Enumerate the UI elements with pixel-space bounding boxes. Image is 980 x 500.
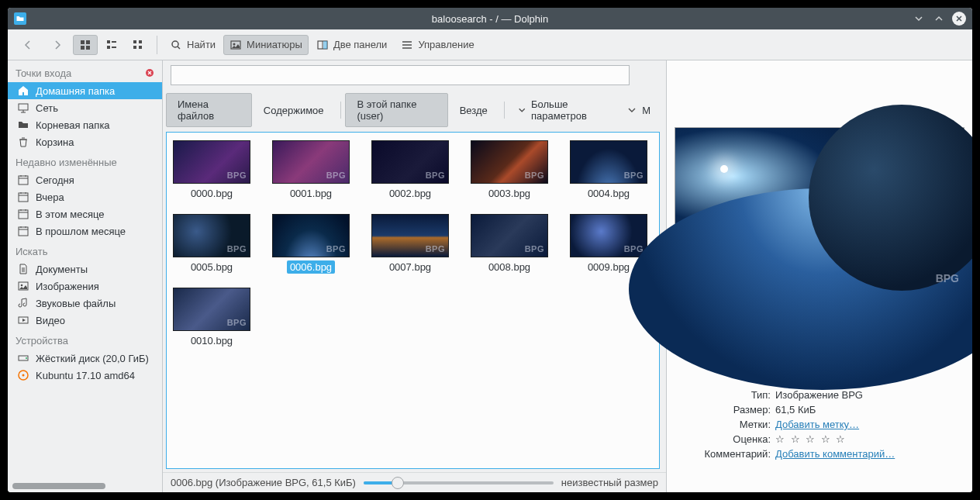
filter-content[interactable]: Содержимое xyxy=(252,99,336,122)
svg-rect-16 xyxy=(323,41,327,49)
sidebar-item-places-1[interactable]: Сеть xyxy=(8,99,162,116)
calendar-icon xyxy=(17,208,29,220)
meta-size: 61,5 КиБ xyxy=(775,404,961,416)
control-button[interactable]: Управление xyxy=(395,35,480,55)
document-icon xyxy=(17,263,29,275)
file-item[interactable]: BPG0003.bpg xyxy=(469,140,550,200)
sidebar-item-recent-0[interactable]: Сегодня xyxy=(8,171,162,188)
sidebar-item-devices-1[interactable]: Kubuntu 17.10 amd64 xyxy=(8,367,162,384)
svg-point-12 xyxy=(172,41,178,47)
file-item[interactable]: BPG0007.bpg xyxy=(370,214,450,274)
svg-rect-1 xyxy=(86,40,90,44)
file-view[interactable]: BPG0000.bpgBPG0001.bpgBPG0002.bpgBPG0003… xyxy=(166,132,660,469)
svg-rect-3 xyxy=(86,46,90,50)
file-item[interactable]: BPG0010.bpg xyxy=(171,288,252,347)
sidebar-item-label: Изображения xyxy=(36,281,99,292)
close-button[interactable] xyxy=(952,12,966,26)
sidebar-item-places-2[interactable]: Корневая папка xyxy=(8,116,162,133)
calendar-icon xyxy=(17,174,29,186)
svg-rect-18 xyxy=(19,104,28,110)
minimize-button[interactable] xyxy=(912,12,926,26)
file-item[interactable]: BPG0001.bpg xyxy=(271,140,351,200)
sidebar-item-devices-0[interactable]: Жёсткий диск (20,0 ГиБ) xyxy=(8,350,162,367)
filter-everywhere[interactable]: Везде xyxy=(448,99,499,122)
file-thumbnail: BPG xyxy=(371,214,449,257)
maximize-button[interactable] xyxy=(932,12,946,26)
sidebar-item-recent-3[interactable]: В прошлом месяце xyxy=(8,222,162,240)
file-item[interactable]: BPG0005.bpg xyxy=(171,214,252,274)
file-thumbnail: BPG xyxy=(371,140,449,184)
find-button[interactable]: Найти xyxy=(164,35,222,55)
sidebar-item-recent-2[interactable]: В этом месяце xyxy=(8,205,162,222)
status-right: неизвестный размер xyxy=(561,477,658,488)
sidebar-item-places-3[interactable]: Корзина xyxy=(8,133,162,150)
titlebar: baloosearch - / — Dolphin xyxy=(8,8,972,29)
file-item[interactable]: BPG0004.bpg xyxy=(568,140,649,200)
filter-filenames[interactable]: Имена файлов xyxy=(166,93,252,127)
thumbnails-button[interactable]: Миниатюры xyxy=(223,35,309,55)
file-thumbnail: BPG xyxy=(570,140,647,184)
file-item[interactable]: BPG0008.bpg xyxy=(469,214,550,274)
disc-icon xyxy=(17,369,29,381)
sidebar-scrollbar[interactable] xyxy=(12,483,157,491)
svg-rect-4 xyxy=(107,40,110,43)
status-bar: 0006.bpg (Изображение BPG, 61,5 КиБ) неи… xyxy=(163,472,666,492)
file-item[interactable]: BPG0006.bpg xyxy=(271,214,351,274)
svg-rect-20 xyxy=(19,193,28,202)
svg-rect-10 xyxy=(133,46,136,49)
audio-icon xyxy=(17,297,29,309)
back-button[interactable] xyxy=(14,35,42,55)
folder-icon xyxy=(17,119,29,131)
svg-rect-9 xyxy=(139,40,142,43)
places-header: Точки входа xyxy=(8,60,162,82)
sidebar-item-search-2[interactable]: Звуковые файлы xyxy=(8,295,162,312)
image-icon xyxy=(17,280,29,292)
close-places-icon[interactable] xyxy=(143,67,156,79)
sidebar-item-label: Сегодня xyxy=(36,174,74,186)
add-tag-link[interactable]: Добавить метку… xyxy=(775,419,859,430)
svg-rect-0 xyxy=(81,40,85,44)
svg-rect-5 xyxy=(112,41,116,43)
information-panel: BPG 0006.bpg Тип: Изображение BPG Размер… xyxy=(666,60,972,492)
sidebar-item-places-0[interactable]: Домашняя папка xyxy=(8,82,162,99)
main-toolbar: Найти Миниатюры Две панели Управление xyxy=(8,29,972,60)
meta-type: Изображение BPG xyxy=(775,389,961,401)
svg-point-14 xyxy=(233,43,236,45)
sidebar-item-search-3[interactable]: Видео xyxy=(8,312,162,329)
forward-button[interactable] xyxy=(43,35,71,55)
file-thumbnail: BPG xyxy=(272,140,350,184)
file-name: 0008.bpg xyxy=(485,260,533,274)
file-thumbnail: BPG xyxy=(173,214,250,257)
svg-point-24 xyxy=(21,284,23,287)
svg-point-27 xyxy=(26,357,27,359)
file-thumbnail: BPG xyxy=(471,140,548,184)
sidebar-item-label: В этом месяце xyxy=(36,209,104,220)
sidebar-item-search-1[interactable]: Изображения xyxy=(8,278,162,295)
file-item[interactable]: BPG0002.bpg xyxy=(370,140,450,200)
more-options-button-2[interactable]: М xyxy=(623,100,658,121)
zoom-slider[interactable] xyxy=(364,477,554,489)
status-text: 0006.bpg (Изображение BPG, 61,5 КиБ) xyxy=(171,477,356,488)
svg-rect-2 xyxy=(81,46,85,50)
file-item[interactable]: BPG0000.bpg xyxy=(171,140,252,200)
add-comment-link[interactable]: Добавить комментарий… xyxy=(775,448,895,460)
view-icons-button[interactable] xyxy=(73,35,98,55)
filter-in-folder[interactable]: В этой папке (user) xyxy=(345,93,447,127)
view-compact-button[interactable] xyxy=(99,35,124,55)
home-icon xyxy=(17,84,29,97)
sidebar-item-search-0[interactable]: Документы xyxy=(8,260,162,278)
location-input[interactable] xyxy=(171,65,630,85)
rating-stars[interactable]: ☆ ☆ ☆ ☆ ☆ xyxy=(775,433,961,445)
split-button[interactable]: Две панели xyxy=(310,35,394,55)
search-header: Искать xyxy=(8,240,162,260)
view-details-button[interactable] xyxy=(126,35,150,55)
more-options-button[interactable]: Больше параметров xyxy=(509,94,624,126)
sidebar-item-label: Жёсткий диск (20,0 ГиБ) xyxy=(36,353,149,364)
sidebar-item-label: Kubuntu 17.10 amd64 xyxy=(36,370,135,381)
file-name: 0009.bpg xyxy=(585,260,633,274)
sidebar-item-label: Корзина xyxy=(36,136,74,148)
sidebar-item-recent-1[interactable]: Вчера xyxy=(8,188,162,205)
network-icon xyxy=(17,102,29,114)
svg-rect-11 xyxy=(139,46,142,49)
sidebar-item-label: Сеть xyxy=(36,102,58,114)
